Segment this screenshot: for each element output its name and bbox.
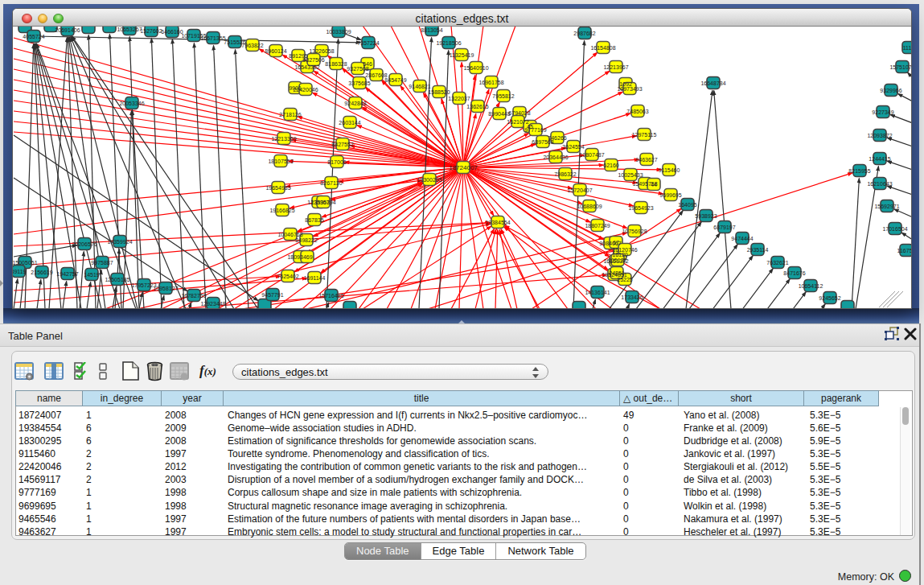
- svg-text:10033809: 10033809: [326, 29, 351, 35]
- svg-text:1527602: 1527602: [140, 28, 162, 34]
- svg-text:44: 44: [651, 182, 657, 187]
- svg-text:1362615: 1362615: [466, 104, 488, 109]
- svg-text:10025433: 10025433: [618, 172, 643, 178]
- svg-text:19166825: 19166825: [269, 208, 294, 213]
- svg-text:9463627: 9463627: [635, 157, 657, 163]
- svg-text:7625402: 7625402: [277, 274, 298, 279]
- svg-text:7485063: 7485063: [626, 109, 648, 114]
- svg-text:1112: 1112: [903, 45, 911, 51]
- svg-text:8454749: 8454749: [384, 77, 406, 83]
- svg-text:9699695: 9699695: [659, 192, 681, 198]
- svg-text:20206576: 20206576: [72, 241, 97, 247]
- svg-text:9777169: 9777169: [524, 127, 546, 133]
- svg-text:1244415: 1244415: [869, 156, 890, 162]
- svg-text:17016504: 17016504: [882, 226, 907, 232]
- svg-text:746266: 746266: [548, 135, 566, 141]
- svg-text:16782759: 16782759: [181, 293, 206, 299]
- svg-text:20364436: 20364436: [543, 154, 568, 160]
- svg-text:15751074: 15751074: [889, 64, 911, 70]
- svg-text:9457791: 9457791: [261, 292, 283, 298]
- svg-text:14136141: 14136141: [585, 290, 610, 295]
- svg-text:9474444: 9474444: [731, 236, 753, 241]
- svg-text:1733426: 1733426: [621, 295, 643, 300]
- svg-text:19654985: 19654985: [265, 185, 290, 191]
- svg-text:12213967: 12213967: [603, 64, 628, 70]
- svg-text:6794028: 6794028: [508, 110, 530, 116]
- svg-text:39119: 39119: [13, 269, 27, 274]
- svg-text:7632621: 7632621: [766, 260, 788, 266]
- svg-text:1691144: 1691144: [304, 275, 326, 281]
- svg-text:10807487: 10807487: [579, 152, 604, 158]
- svg-text:10688609: 10688609: [577, 204, 602, 209]
- svg-text:15716485: 15716485: [318, 293, 343, 299]
- svg-text:9327506: 9327506: [302, 57, 324, 63]
- svg-text:6466160: 6466160: [161, 29, 183, 35]
- svg-text:18724007: 18724007: [449, 164, 478, 171]
- svg-text:11325419: 11325419: [450, 52, 474, 58]
- svg-text:2987682: 2987682: [573, 31, 595, 36]
- svg-text:19218506: 19218506: [436, 40, 461, 46]
- svg-text:62160: 62160: [603, 163, 619, 168]
- svg-text:16961758: 16961758: [478, 80, 503, 85]
- svg-text:7963822: 7963822: [241, 43, 263, 48]
- svg-text:15640910: 15640910: [463, 65, 488, 71]
- svg-text:25225: 25225: [617, 277, 633, 282]
- svg-text:16120746: 16120746: [612, 247, 637, 253]
- svg-text:22420046: 22420046: [293, 87, 318, 93]
- svg-text:19654923: 19654923: [628, 205, 653, 211]
- svg-text:2718126: 2718126: [279, 112, 301, 117]
- svg-text:9329966: 9329966: [880, 88, 901, 93]
- svg-text:8960124: 8960124: [265, 48, 286, 54]
- svg-text:9115460: 9115460: [659, 167, 680, 173]
- svg-text:20691406: 20691406: [55, 27, 80, 33]
- svg-text:15692971: 15692971: [874, 204, 899, 209]
- svg-text:10973493: 10973493: [617, 86, 642, 92]
- svg-text:10654112: 10654112: [799, 283, 823, 289]
- svg-text:15720407: 15720407: [567, 187, 592, 193]
- svg-text:9975887: 9975887: [91, 260, 113, 266]
- svg-text:12213369: 12213369: [271, 136, 296, 142]
- svg-text:16648784: 16648784: [700, 80, 725, 86]
- svg-text:10046768: 10046768: [277, 232, 302, 237]
- svg-text:16671355: 16671355: [200, 35, 225, 41]
- svg-text:9327508: 9327508: [347, 66, 368, 72]
- svg-text:24851: 24851: [609, 270, 625, 276]
- svg-text:12093872: 12093872: [867, 133, 892, 138]
- svg-text:9227349: 9227349: [872, 109, 893, 115]
- svg-text:10958127: 10958127: [153, 286, 178, 291]
- svg-text:12505135: 12505135: [105, 277, 129, 282]
- svg-text:18107553: 18107553: [268, 159, 293, 164]
- svg-text:17359924: 17359924: [107, 239, 132, 245]
- svg-text:15005051: 15005051: [13, 260, 38, 266]
- svg-text:5938923: 5938923: [695, 213, 717, 219]
- svg-text:9242848: 9242848: [344, 101, 366, 106]
- svg-text:817006: 817006: [327, 159, 346, 165]
- svg-text:18807249: 18807249: [585, 223, 610, 229]
- svg-text:116753: 116753: [897, 248, 911, 253]
- svg-text:8471676: 8471676: [783, 270, 805, 276]
- svg-text:867835: 867835: [305, 217, 323, 223]
- svg-text:1621072: 1621072: [507, 119, 528, 125]
- svg-text:1588520: 1588520: [428, 89, 450, 95]
- svg-text:3375685: 3375685: [348, 80, 370, 86]
- svg-text:8267130: 8267130: [320, 180, 342, 186]
- svg-text:19384554: 19384554: [485, 220, 510, 225]
- svg-text:8990448: 8990448: [488, 111, 510, 117]
- svg-text:9146821: 9146821: [409, 84, 430, 89]
- svg-text:4055724: 4055724: [23, 34, 44, 39]
- svg-text:8215955: 8215955: [848, 168, 870, 174]
- svg-text:8427552: 8427552: [331, 142, 353, 147]
- svg-text:12923448: 12923448: [200, 301, 225, 307]
- svg-text:12975115: 12975115: [632, 132, 657, 138]
- svg-text:1942757: 1942757: [56, 271, 78, 277]
- svg-text:16210643: 16210643: [867, 181, 892, 187]
- svg-text:164095: 164095: [678, 202, 696, 208]
- svg-text:6879197: 6879197: [713, 225, 735, 230]
- svg-text:67: 67: [613, 240, 619, 245]
- svg-text:9245652: 9245652: [819, 295, 840, 301]
- svg-text:14519: 14519: [84, 272, 100, 278]
- svg-text:2156619: 2156619: [31, 270, 52, 275]
- svg-text:1322037: 1322037: [448, 96, 470, 101]
- svg-text:2935114: 2935114: [747, 247, 769, 253]
- svg-text:20053346: 20053346: [119, 101, 144, 106]
